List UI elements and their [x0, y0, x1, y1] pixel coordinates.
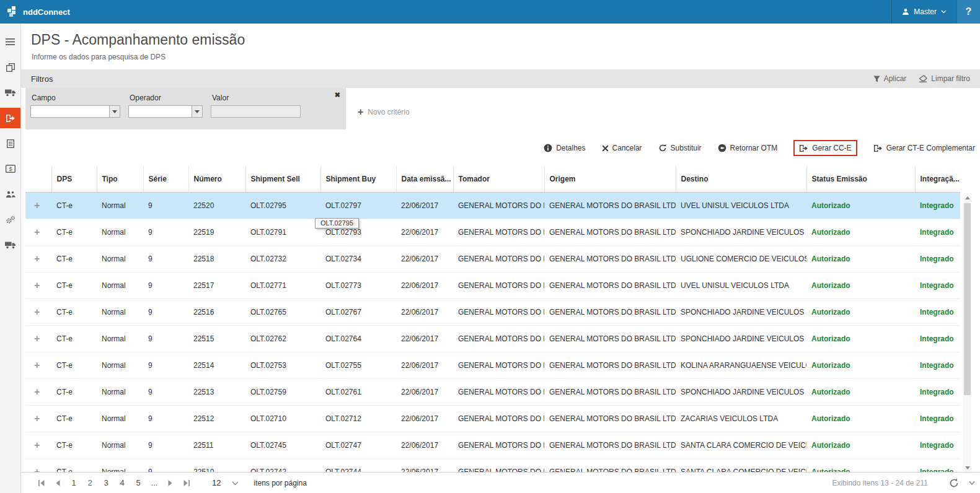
last-page-button[interactable]: [179, 476, 195, 490]
cell-shipment_sell: OLT.02732: [245, 245, 320, 272]
cell-shipment_buy: OLT.02767: [320, 299, 396, 325]
table-row[interactable]: +CT-eNormal922510OLT.02742OLT.0274422/06…: [25, 458, 960, 472]
cell-dps: CT-e: [51, 352, 97, 378]
column-header-tomador[interactable]: Tomador: [453, 166, 544, 192]
table-row[interactable]: +CT-eNormal922513OLT.02759OLT.0276122/06…: [25, 378, 960, 405]
page-number-3[interactable]: 3: [98, 478, 114, 487]
sidebar-item-dps-emission[interactable]: [0, 108, 20, 128]
cell-dps: CT-e: [51, 299, 97, 325]
cell-data_emissao: 22/06/2017: [396, 378, 453, 405]
scrollbar-thumb[interactable]: [964, 203, 971, 395]
cell-expand: +: [25, 192, 51, 219]
field-select[interactable]: [30, 105, 120, 118]
help-button[interactable]: ?: [956, 0, 980, 24]
sidebar-item-fleet[interactable]: [0, 235, 20, 255]
generate-cte-complementar-button[interactable]: Gerar CT-E Complementar: [873, 144, 975, 152]
column-header-status_emissao[interactable]: Status Emissão: [806, 166, 915, 192]
scroll-down-icon[interactable]: [963, 463, 971, 472]
expand-row-icon[interactable]: +: [30, 386, 40, 398]
table-row[interactable]: +CT-eNormal922514OLT.02753OLT.0275522/06…: [25, 352, 960, 378]
refresh-button[interactable]: [949, 478, 959, 488]
table-row[interactable]: +CT-eNormal922515OLT.02762OLT.0276422/06…: [25, 325, 960, 352]
column-header-serie[interactable]: Série: [143, 166, 188, 192]
table-row[interactable]: +CT-eNormal922519OLT.02791OLT.0279322/06…: [25, 219, 960, 245]
column-header-origem[interactable]: Origem: [544, 166, 676, 192]
details-button[interactable]: Detalhes: [544, 144, 585, 152]
column-header-data_emissao[interactable]: Data emissã...: [396, 166, 453, 192]
column-header-tipo[interactable]: Tipo: [97, 166, 143, 192]
expand-row-icon[interactable]: +: [30, 307, 40, 318]
table-row[interactable]: +CT-eNormal922512OLT.02710OLT.0271222/06…: [25, 405, 960, 432]
sidebar-item-menu[interactable]: [0, 32, 20, 52]
operator-select[interactable]: [128, 105, 203, 118]
expand-row-icon[interactable]: +: [30, 200, 40, 211]
substitute-button[interactable]: Substituir: [658, 144, 702, 152]
operator-label: Operador: [130, 94, 212, 102]
column-header-expand[interactable]: [25, 166, 51, 192]
column-header-destino[interactable]: Destino: [676, 166, 806, 192]
column-header-shipment_sell[interactable]: Shipment Sell: [245, 166, 320, 192]
cell-serie: 9: [143, 219, 188, 245]
sidebar-item-transport[interactable]: [0, 82, 20, 103]
generate-cce-button[interactable]: Gerar CC-E: [799, 144, 851, 152]
table-row[interactable]: +CT-eNormal922516OLT.02765OLT.0276722/06…: [25, 299, 960, 325]
expand-row-icon[interactable]: +: [30, 333, 40, 344]
page-size-dropdown[interactable]: 12: [212, 478, 239, 487]
cell-tipo: Normal: [97, 352, 143, 378]
new-criteria-button[interactable]: + Novo critério: [358, 108, 410, 116]
page-number-2[interactable]: 2: [82, 478, 98, 487]
cell-status_emissao: Autorizado: [806, 378, 915, 405]
cell-serie: 9: [143, 378, 188, 405]
cell-tipo: Normal: [97, 458, 143, 472]
cancel-button[interactable]: Cancelar: [602, 144, 642, 152]
table-row[interactable]: +CT-eNormal922518OLT.02732OLT.0273422/06…: [25, 245, 960, 272]
cell-tomador: GENERAL MOTORS DO B...: [453, 219, 544, 245]
sidebar: $: [0, 24, 21, 493]
cell-origem: GENERAL MOTORS DO BRASIL LTDA: [544, 405, 676, 432]
expand-row-icon[interactable]: +: [30, 413, 40, 424]
first-page-button[interactable]: [33, 476, 50, 490]
column-header-shipment_buy[interactable]: Shipment Buy: [320, 166, 396, 192]
cell-numero: 22513: [188, 378, 245, 405]
table-row[interactable]: +CT-eNormal922520OLT.02795OLT.0279722/06…: [25, 192, 960, 219]
cell-tipo: Normal: [97, 325, 143, 352]
clear-filter-label: Limpar filtro: [931, 74, 970, 83]
expand-row-icon[interactable]: +: [30, 360, 40, 371]
page-scroll-down-icon[interactable]: [969, 481, 975, 485]
clear-filter-button[interactable]: Limpar filtro: [919, 74, 970, 83]
vertical-scrollbar[interactable]: [963, 193, 971, 472]
expand-row-icon[interactable]: +: [30, 227, 40, 238]
scroll-up-icon[interactable]: [963, 193, 971, 202]
expand-row-icon[interactable]: +: [30, 280, 40, 291]
table-row[interactable]: +CT-eNormal922517OLT.02771OLT.0277322/06…: [25, 272, 960, 299]
sidebar-item-settings[interactable]: [0, 209, 20, 230]
sidebar-item-reports[interactable]: [0, 133, 20, 154]
next-page-button[interactable]: [162, 476, 179, 490]
expand-row-icon[interactable]: +: [30, 253, 40, 264]
table-row[interactable]: +CT-eNormal922511OLT.02745OLT.0274722/06…: [25, 432, 960, 458]
cell-dps: CT-e: [51, 272, 97, 299]
cell-tipo: Normal: [97, 219, 143, 245]
cell-shipment_buy: OLT.02712: [320, 405, 396, 432]
cell-expand: +: [25, 352, 51, 378]
column-header-integracao[interactable]: Integraçã...: [915, 166, 960, 192]
apply-filter-button[interactable]: Aplicar: [873, 74, 907, 83]
user-menu[interactable]: Master: [891, 0, 956, 24]
page-number-1[interactable]: 1: [66, 478, 82, 487]
sidebar-item-billing[interactable]: $: [0, 159, 20, 179]
sidebar-item-documents[interactable]: [0, 57, 20, 77]
remove-criteria-icon[interactable]: ✖: [335, 91, 340, 99]
page-number-4[interactable]: 4: [114, 478, 130, 487]
column-header-numero[interactable]: Número: [188, 166, 245, 192]
cell-destino: ZACARIAS VEICULOS LTDA: [676, 405, 806, 432]
column-header-dps[interactable]: DPS: [51, 166, 97, 192]
sidebar-item-users[interactable]: [0, 184, 20, 204]
page-number-5[interactable]: 5: [130, 478, 146, 487]
value-input[interactable]: [211, 105, 301, 118]
expand-row-icon[interactable]: +: [30, 440, 40, 451]
cell-data_emissao: 22/06/2017: [396, 325, 453, 352]
expand-row-icon[interactable]: +: [30, 466, 40, 473]
return-otm-button[interactable]: Retornar OTM: [718, 144, 778, 152]
cell-tipo: Normal: [97, 299, 143, 325]
prev-page-button[interactable]: [50, 476, 66, 490]
